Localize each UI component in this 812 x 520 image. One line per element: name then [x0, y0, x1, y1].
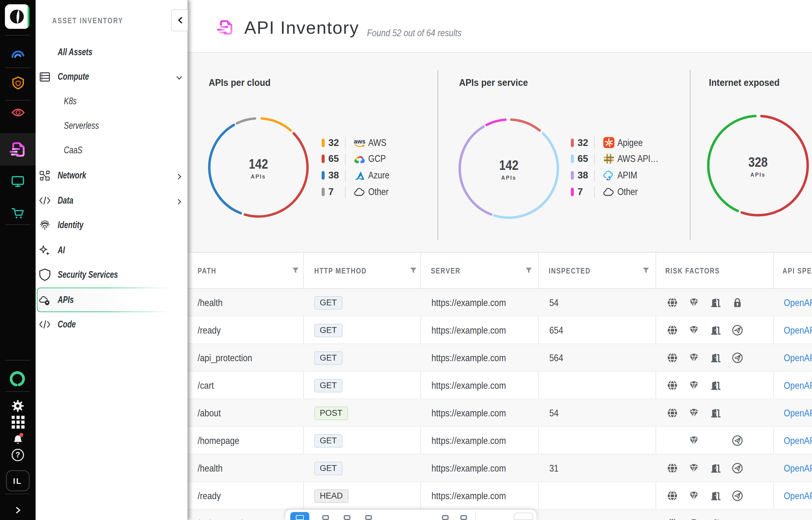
- svg-text:?: ?: [15, 450, 20, 459]
- svg-text:aws: aws: [354, 138, 366, 145]
